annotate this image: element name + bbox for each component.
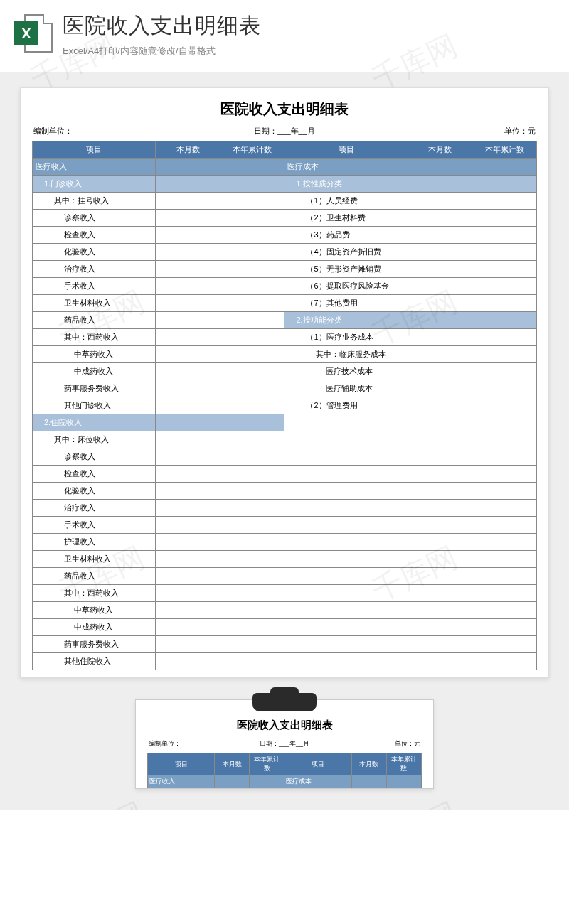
value-cell — [156, 227, 220, 244]
item-cell: 检查收入 — [33, 227, 156, 244]
item-cell: 治疗收入 — [33, 500, 156, 517]
value-cell — [408, 500, 472, 517]
item-cell: 其中：挂号收入 — [33, 193, 156, 210]
item-cell — [284, 551, 408, 568]
value-cell — [472, 346, 537, 363]
value-cell — [408, 483, 472, 500]
value-cell — [156, 159, 220, 176]
value-cell — [472, 414, 537, 431]
value-cell — [408, 551, 472, 568]
value-cell — [472, 619, 537, 636]
meta-date: 日期：___年__月 — [201, 126, 368, 136]
item-cell — [284, 466, 408, 483]
meta-unit: 单位：元 — [368, 126, 536, 136]
value-cell — [408, 244, 472, 261]
value-cell — [408, 397, 472, 414]
value-cell — [408, 448, 472, 466]
value-cell — [156, 551, 220, 568]
item-cell: 药品收入 — [33, 312, 156, 329]
value-cell — [472, 534, 537, 551]
item-cell: 其中：床位收入 — [33, 431, 156, 448]
doc-meta-row-small: 编制单位： 日期：___年__月 单位：元 — [147, 739, 422, 753]
item-cell: （4）固定资产折旧费 — [284, 244, 408, 261]
value-cell — [472, 448, 537, 466]
item-cell — [284, 483, 408, 500]
clipboard-clip-icon — [252, 693, 317, 711]
detail-table: 项目 本月数 本年累计数 项目 本月数 本年累计数 医疗收入医疗成本1.门诊收入… — [32, 141, 537, 670]
item-cell: （7）其他费用 — [284, 295, 408, 312]
item-cell: 其他门诊收入 — [33, 397, 156, 414]
item-cell: （1）医疗业务成本 — [284, 329, 408, 346]
value-cell — [472, 636, 537, 653]
value-cell — [156, 244, 220, 261]
value-cell — [220, 363, 284, 380]
value-cell — [472, 517, 537, 534]
value-cell — [220, 278, 284, 295]
doc-title-small: 医院收入支出明细表 — [147, 713, 422, 739]
value-cell — [408, 636, 472, 653]
value-cell — [220, 636, 284, 653]
col-year-left: 本年累计数 — [220, 141, 284, 159]
value-cell — [472, 227, 537, 244]
item-cell — [284, 568, 408, 585]
value-cell — [156, 431, 220, 448]
item-cell: 中草药收入 — [33, 602, 156, 619]
item-cell: 治疗收入 — [33, 261, 156, 278]
value-cell — [156, 585, 220, 602]
value-cell — [408, 346, 472, 363]
value-cell — [220, 380, 284, 397]
value-cell — [472, 602, 537, 619]
item-cell: 医疗收入 — [148, 775, 215, 788]
value-cell — [472, 295, 537, 312]
value-cell — [220, 261, 284, 278]
value-cell — [408, 602, 472, 619]
value-cell — [408, 585, 472, 602]
value-cell — [220, 602, 284, 619]
item-cell: 卫生材料收入 — [33, 551, 156, 568]
value-cell — [472, 244, 537, 261]
value-cell — [156, 517, 220, 534]
item-cell: 其中：临床服务成本 — [284, 346, 408, 363]
value-cell — [408, 312, 472, 329]
clipboard-preview: 医院收入支出明细表 编制单位： 日期：___年__月 单位：元 项目 本月数 本… — [135, 699, 434, 789]
value-cell — [220, 431, 284, 448]
item-cell — [284, 517, 408, 534]
value-cell — [472, 278, 537, 295]
value-cell — [220, 397, 284, 414]
value-cell — [156, 176, 220, 193]
value-cell — [220, 517, 284, 534]
value-cell — [408, 261, 472, 278]
value-cell — [156, 636, 220, 653]
value-cell — [220, 295, 284, 312]
value-cell — [220, 227, 284, 244]
col-item-right: 项目 — [284, 141, 408, 159]
item-cell: 2.按功能分类 — [284, 312, 408, 329]
value-cell — [156, 414, 220, 431]
value-cell — [472, 363, 537, 380]
item-cell: 药事服务费收入 — [33, 380, 156, 397]
value-cell — [408, 210, 472, 227]
value-cell — [351, 775, 386, 788]
item-cell: （6）提取医疗风险基金 — [284, 278, 408, 295]
value-cell — [408, 466, 472, 483]
item-cell: 医疗技术成本 — [284, 363, 408, 380]
value-cell — [220, 176, 284, 193]
value-cell — [408, 380, 472, 397]
value-cell — [472, 210, 537, 227]
item-cell: 药事服务费收入 — [33, 636, 156, 653]
value-cell — [472, 466, 537, 483]
item-cell: 药品收入 — [33, 568, 156, 585]
value-cell — [408, 431, 472, 448]
secondary-preview: 医院收入支出明细表 编制单位： 日期：___年__月 单位：元 项目 本月数 本… — [20, 699, 549, 789]
value-cell — [408, 159, 472, 176]
item-cell — [284, 636, 408, 653]
value-cell — [156, 312, 220, 329]
item-cell — [284, 414, 408, 431]
value-cell — [220, 312, 284, 329]
excel-x-icon: X — [14, 21, 38, 45]
item-cell — [284, 602, 408, 619]
value-cell — [386, 775, 421, 788]
item-cell — [284, 653, 408, 670]
value-cell — [220, 448, 284, 466]
value-cell — [472, 193, 537, 210]
